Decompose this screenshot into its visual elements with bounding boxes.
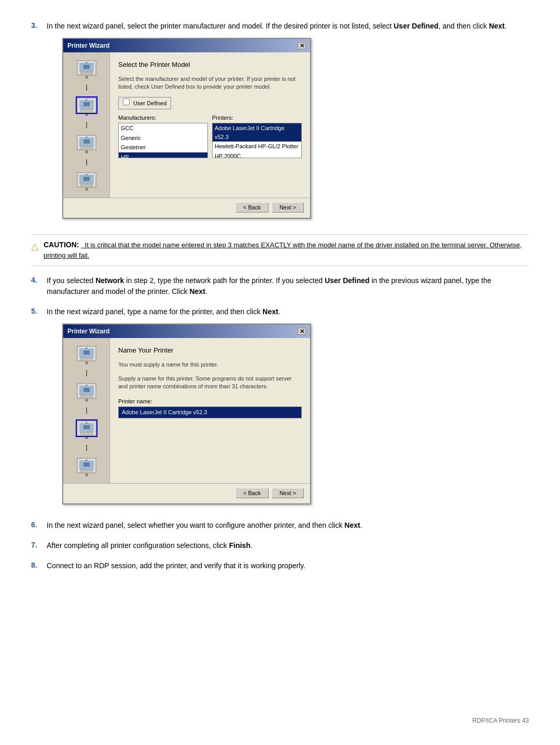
footer-page: RDP/ICA Printers 43 xyxy=(472,717,529,724)
printer-wizard-dialog-1: Printer Wizard ✕ xyxy=(62,38,311,219)
connector-w2-2 xyxy=(86,407,87,414)
wizard-1-close-button[interactable]: ✕ xyxy=(298,42,306,49)
svg-rect-29 xyxy=(83,350,90,355)
lists-row: Manufacturers: GCC Generic Gestetner HP … xyxy=(118,114,302,159)
svg-rect-10 xyxy=(83,102,90,106)
printer-name-section: Printer name: Adobe LaserJet II Cartridg… xyxy=(118,397,302,418)
svg-rect-17 xyxy=(83,139,90,144)
user-defined-checkbox-area[interactable]: User Defined xyxy=(118,97,171,109)
svg-point-22 xyxy=(85,188,88,191)
wizard-2-sidebar xyxy=(63,338,110,483)
manufacturers-col: Manufacturers: GCC Generic Gestetner HP xyxy=(118,114,208,159)
wizard-2-titlebar: Printer Wizard ✕ xyxy=(63,325,310,338)
svg-rect-27 xyxy=(80,358,93,361)
wizard-1-sidebar xyxy=(63,52,110,198)
step-4: 4. If you selected Network in step 2, ty… xyxy=(31,275,529,297)
connector-w2-1 xyxy=(86,370,87,376)
list-item[interactable]: Gestetner xyxy=(119,143,207,152)
printers-col: Printers: Adobe LaserJet II Cartridge v5… xyxy=(212,114,302,159)
wizard2-icon-2 xyxy=(73,381,100,403)
wizard-1-section-title: Select the Printer Model xyxy=(118,60,302,70)
connector-3 xyxy=(86,159,87,165)
step-5-num: 5. xyxy=(31,306,47,315)
svg-point-47 xyxy=(85,473,88,476)
wizard-1-back-button[interactable]: < Back xyxy=(235,202,269,213)
step-5-text: In the next wizard panel, type a name fo… xyxy=(47,306,529,511)
svg-rect-33 xyxy=(80,395,93,398)
printer-name-label: Printer name: xyxy=(118,397,302,406)
svg-rect-21 xyxy=(80,184,93,187)
wizard-icon-4 xyxy=(73,170,100,192)
step-6: 6. In the next wizard panel, select whet… xyxy=(31,520,529,531)
wizard-icon-3 xyxy=(73,132,100,155)
wizard-2-back-button[interactable]: < Back xyxy=(235,488,269,498)
manufacturers-list[interactable]: GCC Generic Gestetner HP xyxy=(118,123,208,158)
step-3-num: 3. xyxy=(31,21,47,30)
user-defined-checkbox[interactable] xyxy=(123,99,130,105)
wizard-2-desc1: You must supply a name for this printer. xyxy=(118,361,302,369)
wizard2-icon-3 xyxy=(73,418,100,441)
svg-rect-39 xyxy=(80,432,93,435)
manufacturers-label: Manufacturers: xyxy=(118,114,208,122)
printer-name-input[interactable]: Adobe LaserJet II Cartridge v52.3 xyxy=(118,406,302,418)
list-item[interactable]: HP xyxy=(119,152,207,159)
wizard-2-title: Printer Wizard xyxy=(67,327,109,336)
svg-rect-41 xyxy=(83,425,90,429)
svg-rect-2 xyxy=(80,72,93,75)
printers-list[interactable]: Adobe LaserJet II Cartridge v52.3 Hewlet… xyxy=(212,123,302,158)
step-8-num: 8. xyxy=(31,560,47,569)
svg-rect-35 xyxy=(83,388,90,392)
wizard2-icon-4 xyxy=(73,455,100,478)
svg-rect-48 xyxy=(83,462,90,467)
step-8: 8. Connect to an RDP session, add the pr… xyxy=(31,560,529,571)
list-item[interactable]: HP 2000C xyxy=(213,151,301,159)
step-7-text: After completing all printer configurati… xyxy=(47,540,529,551)
wizard-2-desc2: Supply a name for this printer. Some pro… xyxy=(118,375,302,391)
connector-2 xyxy=(86,122,87,128)
wizard-icon-1 xyxy=(73,58,100,80)
wizard-2-close-button[interactable]: ✕ xyxy=(298,328,306,335)
wizard2-icon-1 xyxy=(73,343,100,366)
list-item[interactable]: GCC xyxy=(119,123,207,133)
step-5: 5. In the next wizard panel, type a name… xyxy=(31,306,529,511)
printers-label: Printers: xyxy=(212,114,302,122)
caution-text: It is critical that the model name enter… xyxy=(44,241,522,259)
svg-rect-23 xyxy=(83,177,90,181)
wizard-1-buttons: < Back Next > xyxy=(63,198,310,218)
step-4-num: 4. xyxy=(31,275,47,284)
wizard-1-next-button[interactable]: Next > xyxy=(272,202,304,213)
list-item[interactable]: Adobe LaserJet II Cartridge v52.3 xyxy=(213,123,301,142)
caution-label: CAUTION: xyxy=(44,241,79,249)
svg-rect-46 xyxy=(80,470,93,473)
step-4-text: If you selected Network in step 2, type … xyxy=(47,275,529,297)
step-7: 7. After completing all printer configur… xyxy=(31,540,529,551)
list-item[interactable]: Hewlett-Packard HP-GL/2 Plotter xyxy=(213,142,301,151)
connector-w2-3 xyxy=(86,445,87,451)
printer-wizard-dialog-2: Printer Wizard ✕ xyxy=(62,324,311,504)
step-3: 3. In the next wizard panel, select the … xyxy=(31,21,529,225)
step-6-text: In the next wizard panel, select whether… xyxy=(47,520,529,531)
wizard-1-titlebar: Printer Wizard ✕ xyxy=(63,39,310,52)
wizard-1-content: Select the Printer Model Select the manu… xyxy=(110,52,310,198)
svg-rect-8 xyxy=(80,109,93,113)
step-3-text: In the next wizard panel, select the pri… xyxy=(47,21,529,225)
svg-point-3 xyxy=(85,76,88,79)
caution-triangle-icon: △ xyxy=(31,241,38,252)
wizard-2-section-title: Name Your Printer xyxy=(118,345,302,356)
user-defined-label: User Defined xyxy=(133,100,166,106)
caution-box: △ CAUTION: It is critical that the model… xyxy=(31,234,529,266)
wizard-2-content: Name Your Printer You must supply a name… xyxy=(110,338,310,483)
svg-point-28 xyxy=(85,361,88,364)
wizard-2-next-button[interactable]: Next > xyxy=(272,488,304,498)
svg-rect-15 xyxy=(80,147,93,150)
wizard-2-buttons: < Back Next > xyxy=(63,483,310,503)
caution-content: CAUTION: It is critical that the model n… xyxy=(44,240,529,260)
connector-1 xyxy=(86,85,87,91)
list-item[interactable]: Generic xyxy=(119,133,207,143)
svg-point-34 xyxy=(85,399,88,402)
step-7-num: 7. xyxy=(31,540,47,549)
wizard-1-description: Select the manufacturer and model of you… xyxy=(118,75,302,91)
svg-point-16 xyxy=(85,150,88,153)
step-6-num: 6. xyxy=(31,520,47,529)
step-8-text: Connect to an RDP session, add the print… xyxy=(47,560,529,571)
